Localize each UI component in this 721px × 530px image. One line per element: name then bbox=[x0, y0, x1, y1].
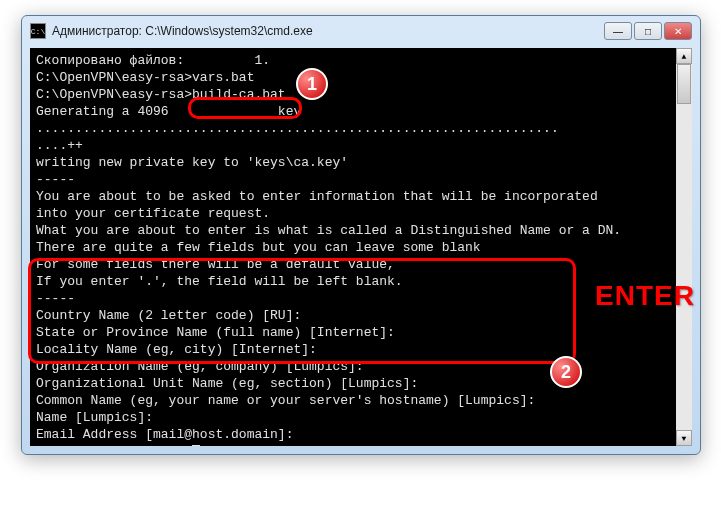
console-line: There are quite a few fields but you can… bbox=[36, 239, 686, 256]
console-line: into your certificate request. bbox=[36, 205, 686, 222]
callout-1: 1 bbox=[296, 68, 328, 100]
console-line: ----- bbox=[36, 290, 686, 307]
console-line: ....++ bbox=[36, 137, 686, 154]
minimize-button[interactable]: — bbox=[604, 22, 632, 40]
close-button[interactable]: ✕ bbox=[664, 22, 692, 40]
console-line: What you are about to enter is what is c… bbox=[36, 222, 686, 239]
scroll-down-button[interactable]: ▼ bbox=[676, 430, 692, 446]
console-line: Organizational Unit Name (eg, section) [… bbox=[36, 375, 686, 392]
console-line: If you enter '.', the field will be left… bbox=[36, 273, 686, 290]
console-line: Email Address [mail@host.domain]: bbox=[36, 426, 686, 443]
enter-label: ENTER bbox=[595, 280, 695, 312]
console-line: You are about to be asked to enter infor… bbox=[36, 188, 686, 205]
console-line: ........................................… bbox=[36, 120, 686, 137]
cmd-window: C:\ Администратор: C:\Windows\system32\c… bbox=[21, 15, 701, 455]
console-output[interactable]: Скопировано файлов: 1.C:\OpenVPN\easy-rs… bbox=[30, 48, 692, 446]
scroll-thumb[interactable] bbox=[677, 64, 691, 104]
scroll-up-button[interactable]: ▲ bbox=[676, 48, 692, 64]
console-line: Organization Name (eg, company) [Lumpics… bbox=[36, 358, 686, 375]
console-line: Generating a 4096 key bbox=[36, 103, 686, 120]
console-line: C:\OpenVPN\easy-rsa>vars.bat bbox=[36, 69, 686, 86]
console-line: Locality Name (eg, city) [Internet]: bbox=[36, 341, 686, 358]
console-line: C:\OpenVPN\easy-rsa>build-ca.bat bbox=[36, 86, 686, 103]
cursor bbox=[192, 445, 200, 446]
console-line: For some fields there will be a default … bbox=[36, 256, 686, 273]
console-line: C:\OpenVPN\easy-rsa> bbox=[36, 443, 686, 446]
console-line: State or Province Name (full name) [Inte… bbox=[36, 324, 686, 341]
console-line: Name [Lumpics]: bbox=[36, 409, 686, 426]
console-line: Country Name (2 letter code) [RU]: bbox=[36, 307, 686, 324]
titlebar[interactable]: C:\ Администратор: C:\Windows\system32\c… bbox=[22, 16, 700, 46]
maximize-button[interactable]: □ bbox=[634, 22, 662, 40]
window-title: Администратор: C:\Windows\system32\cmd.e… bbox=[52, 24, 604, 38]
console-line: writing new private key to 'keys\ca.key' bbox=[36, 154, 686, 171]
console-line: Скопировано файлов: 1. bbox=[36, 52, 686, 69]
console-line: Common Name (eg, your name or your serve… bbox=[36, 392, 686, 409]
cmd-icon: C:\ bbox=[30, 23, 46, 39]
console-line: ----- bbox=[36, 171, 686, 188]
scrollbar[interactable]: ▲ ▼ bbox=[676, 48, 692, 446]
window-controls: — □ ✕ bbox=[604, 22, 692, 40]
callout-2: 2 bbox=[550, 356, 582, 388]
